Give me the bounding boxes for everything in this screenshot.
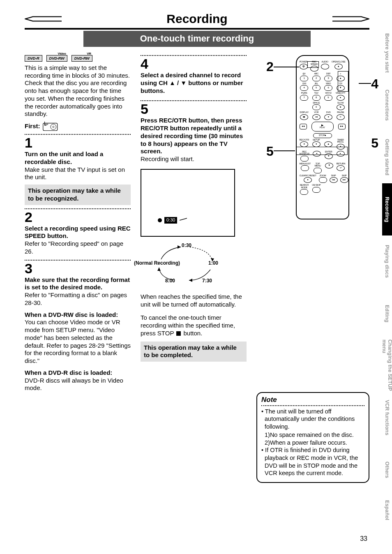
page-title: Recording <box>62 12 332 26</box>
column-right: 2 4 5 5 POWER⏻ REC SPEED AUDIO OPEN/CLO <box>256 55 369 483</box>
first-label: First: <box>25 122 40 130</box>
cycle-1-00: 1:00 <box>208 260 218 266</box>
disc-badge-dvd-r: DVD-R <box>25 55 42 62</box>
left-arrow-ornament <box>25 12 62 26</box>
step-1-number: 1 <box>25 136 131 150</box>
cycle-7-30: 7:30 <box>202 278 212 284</box>
note-title: Note <box>261 395 364 404</box>
insert-disc-icon: DVD <box>43 121 58 132</box>
divider <box>25 28 369 30</box>
note-bullet-1-2: 2)When a power failure occurs. <box>261 439 364 447</box>
step-2-number: 2 <box>25 210 131 224</box>
disc-badge-dvd-rw-video: VideoDVD-RW <box>46 55 67 62</box>
step-1-body: Make sure that the TV input is set on th… <box>25 166 131 182</box>
step-5-note-box: This operation may take a while to be co… <box>141 342 247 362</box>
step-2-body: Refer to "Recording speed" on page 26. <box>25 240 131 256</box>
note-bullet-1: • The unit will be turned off automatica… <box>261 408 364 431</box>
step-3-title: Make sure that the recording format is s… <box>25 276 131 292</box>
step-4-title: Select a desired channel to record using… <box>141 72 247 95</box>
svg-text:DVD: DVD <box>45 124 48 125</box>
column-left: DVD-R VideoDVD-RW VRDVD-RW This is a sim… <box>25 55 131 483</box>
tab-changing-setup: Changing the SETUP menu <box>382 339 392 392</box>
step-5-number: 5 <box>141 102 247 116</box>
svg-marker-6 <box>189 279 192 282</box>
section-subtitle: One-touch timer recording <box>83 31 311 47</box>
after-paragraph-1: When reaches the specified time, the uni… <box>141 293 247 309</box>
callout-5-right: 5 <box>371 136 378 150</box>
stop-icon <box>176 331 181 336</box>
note-bullet-1-1: 1)No space remained on the disc. <box>261 431 364 439</box>
cycle-normal: (Normal Recording) <box>134 260 180 266</box>
tab-vcr-functions: VCR functions <box>382 392 392 444</box>
disc-badge-dvd-rw-vr: VRDVD-RW <box>71 55 92 62</box>
time-cycle-diagram: 0:30 (Normal Recording) 1:00 7:30 8:00 <box>141 241 235 284</box>
tab-playing-discs: Playing discs <box>382 235 392 288</box>
side-tab-index: Before you start Connections Getting sta… <box>382 27 392 524</box>
svg-marker-8 <box>178 245 181 249</box>
after-paragraph-2: To cancel the one-touch timer recording … <box>141 314 247 337</box>
tab-recording: Recording <box>382 183 392 235</box>
step-3-body: Refer to "Formatting a disc" on pages 28… <box>25 291 131 307</box>
tab-editing: Editing <box>382 288 392 340</box>
step-1-note-box: This operation may take a while to be re… <box>25 185 131 205</box>
svg-point-1 <box>50 124 56 130</box>
callout-4: 4 <box>371 77 378 90</box>
cycle-8-00: 8:00 <box>165 278 175 284</box>
right-arrow-ornament <box>332 12 369 26</box>
svg-marker-7 <box>157 268 161 271</box>
svg-point-2 <box>52 126 54 128</box>
callout-5-left: 5 <box>266 145 274 158</box>
column-middle: 4 Select a desired channel to record usi… <box>141 55 247 483</box>
step-3-number: 3 <box>25 261 131 275</box>
step-3-sub-a-body: You can choose Video mode or VR mode fro… <box>25 319 131 365</box>
step-3-sub-b-title: When a DVD-R disc is loaded: <box>25 369 131 377</box>
step-3-sub-b-body: DVD-R discs will always be in Video mode… <box>25 377 131 392</box>
tab-connections: Connections <box>382 79 392 132</box>
step-3-sub-a-title: When a DVD-RW disc is loaded: <box>25 311 131 319</box>
tab-getting-started: Getting started <box>382 131 392 183</box>
step-2-title: Select a recording speed using REC SPEED… <box>25 225 131 240</box>
step-5-body: Recording will start. <box>141 155 247 163</box>
osd-time: 0:30 <box>164 217 177 224</box>
tab-others: Others <box>382 444 392 496</box>
step-5-title: Press REC/OTR button, then press REC/OTR… <box>141 117 247 155</box>
step-1-title: Turn on the unit and load a recordable d… <box>25 150 131 166</box>
tab-espanol: Español <box>382 496 392 524</box>
record-dot-icon <box>158 218 162 222</box>
tv-screen-illustration: 0:30 <box>141 169 235 237</box>
page-number: 33 <box>360 535 367 542</box>
note-box: Note • The unit will be turned off autom… <box>256 392 369 483</box>
intro-text: This is a simple way to set the recordin… <box>25 64 131 118</box>
cycle-0-30: 0:30 <box>182 242 191 249</box>
svg-line-4 <box>180 218 187 220</box>
callout-line-icon <box>180 217 187 223</box>
tab-before-you-start: Before you start <box>382 27 392 79</box>
callout-2: 2 <box>266 60 274 73</box>
note-bullet-2: • If OTR is finished in DVD during playb… <box>261 446 364 477</box>
step-4-number: 4 <box>141 57 247 71</box>
